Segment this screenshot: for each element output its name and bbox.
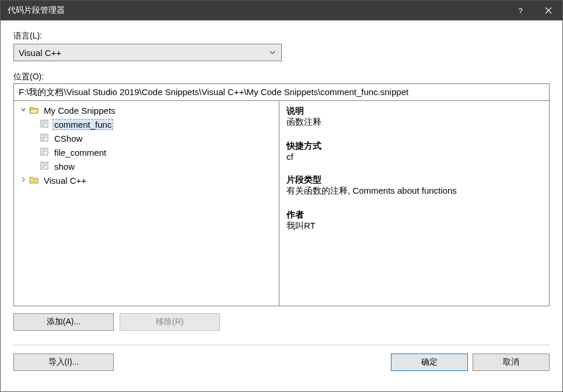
type-value: 有关函数的注释, Comments about functions xyxy=(286,186,542,197)
tree-label: show xyxy=(53,162,76,172)
tree-item-comment-func[interactable]: comment_func xyxy=(15,117,278,131)
footer-row: 导入(I)... 确定 取消 xyxy=(13,354,550,371)
snippet-file-icon xyxy=(40,148,50,157)
expand-icon[interactable] xyxy=(19,177,28,184)
language-dropdown[interactable]: Visual C++ xyxy=(13,44,282,61)
chevron-down-icon xyxy=(268,51,277,54)
tree-folder-visual-cpp[interactable]: Visual C++ xyxy=(15,173,278,187)
tree-item-show[interactable]: show xyxy=(15,159,278,173)
svg-text:?: ? xyxy=(519,7,523,14)
ok-button[interactable]: 确定 xyxy=(391,354,468,371)
split-panes: My Code Snippets comment_func CShow xyxy=(13,101,550,306)
location-input[interactable] xyxy=(13,83,550,101)
type-heading: 片段类型 xyxy=(286,174,542,186)
add-button[interactable]: 添加(A)... xyxy=(13,313,114,331)
close-button[interactable] xyxy=(534,1,562,20)
content-area: 语言(L): Visual C++ 位置(O): My Code Snippet… xyxy=(1,20,562,391)
folder-icon xyxy=(29,176,40,185)
snippet-file-icon xyxy=(40,134,50,143)
tree-label: My Code Snippets xyxy=(42,106,117,116)
titlebar: 代码片段管理器 ? xyxy=(1,1,562,20)
tree-folder-my-snippets[interactable]: My Code Snippets xyxy=(15,103,278,117)
location-label: 位置(O): xyxy=(13,72,550,82)
snippet-tree[interactable]: My Code Snippets comment_func CShow xyxy=(14,101,279,306)
snippet-file-icon xyxy=(40,162,50,171)
window-title: 代码片段管理器 xyxy=(8,5,506,16)
snippet-manager-window: 代码片段管理器 ? 语言(L): Visual C++ 位置(O): xyxy=(0,0,563,392)
details-pane: 说明 函数注释 快捷方式 cf 片段类型 有关函数的注释, Comments a… xyxy=(279,101,549,306)
language-selected: Visual C++ xyxy=(19,48,268,58)
author-value: 我叫RT xyxy=(286,220,542,232)
separator xyxy=(13,345,550,345)
import-button[interactable]: 导入(I)... xyxy=(13,354,114,371)
tree-label: CShow xyxy=(53,134,84,144)
shortcut-heading: 快捷方式 xyxy=(286,141,542,152)
shortcut-value: cf xyxy=(286,152,542,162)
language-label: 语言(L): xyxy=(13,31,550,41)
author-heading: 作者 xyxy=(286,209,542,220)
description-heading: 说明 xyxy=(286,106,542,117)
collapse-icon[interactable] xyxy=(19,107,28,114)
remove-button: 移除(R) xyxy=(120,313,220,331)
add-remove-row: 添加(A)... 移除(R) xyxy=(13,313,550,331)
cancel-button[interactable]: 取消 xyxy=(473,354,550,371)
help-button[interactable]: ? xyxy=(506,1,534,20)
tree-item-cshow[interactable]: CShow xyxy=(15,131,278,145)
tree-label: comment_func xyxy=(53,119,113,130)
tree-item-file-comment[interactable]: file_comment xyxy=(15,145,278,159)
description-value: 函数注释 xyxy=(286,117,542,128)
snippet-file-icon xyxy=(40,120,50,129)
folder-open-icon xyxy=(29,106,40,115)
tree-label: Visual C++ xyxy=(42,176,88,186)
tree-label: file_comment xyxy=(53,148,108,158)
